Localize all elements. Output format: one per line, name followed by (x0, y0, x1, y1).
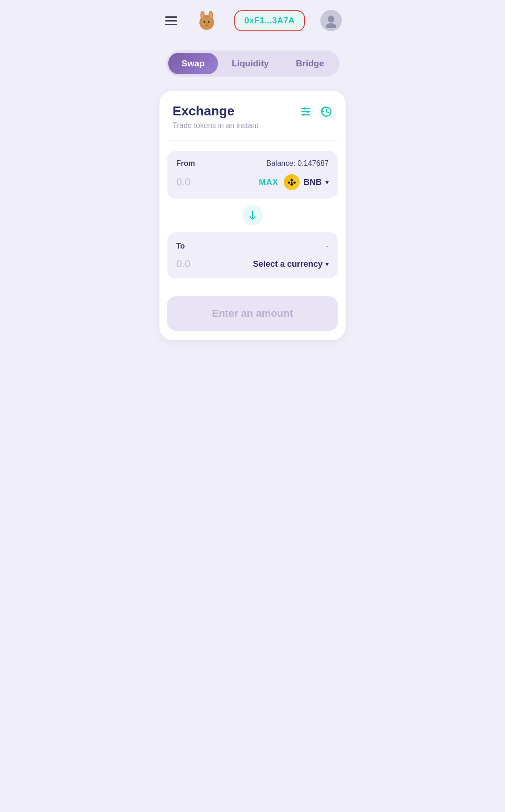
max-button[interactable]: MAX (259, 178, 279, 187)
wallet-address-button[interactable]: 0xF1...3A7A (234, 10, 305, 31)
swap-arrow-container (167, 199, 338, 232)
to-dash: - (325, 241, 329, 251)
settings-sliders-icon[interactable] (300, 106, 312, 121)
exchange-actions (300, 104, 332, 121)
token-inputs: From Balance: 0.147687 0.0 MAX (159, 141, 346, 289)
svg-point-11 (328, 16, 334, 22)
balance-value: 0.147687 (297, 159, 329, 167)
to-box-body: 0.0 Select a currency ▾ (176, 258, 329, 270)
exchange-header: Exchange Trade tokens in an instant (159, 91, 346, 140)
user-avatar-svg (324, 13, 339, 28)
pancakeswap-logo (195, 8, 219, 33)
from-box-body: 0.0 MAX (176, 174, 329, 190)
tab-swap[interactable]: Swap (168, 53, 218, 74)
bnb-chevron-icon: ▾ (325, 178, 329, 186)
svg-point-18 (303, 114, 305, 116)
hamburger-menu-button[interactable] (163, 14, 179, 27)
bnb-logo-svg (287, 178, 296, 187)
nav-tabs: Swap Liquidity Bridge (152, 41, 353, 86)
svg-marker-20 (290, 178, 294, 182)
enter-amount-button[interactable]: Enter an amount (167, 296, 338, 331)
tab-container: Swap Liquidity Bridge (166, 50, 339, 77)
svg-marker-21 (293, 181, 296, 184)
to-label: To (176, 242, 185, 250)
logo-container (195, 8, 219, 33)
exchange-title-section: Exchange Trade tokens in an instant (173, 104, 300, 130)
from-token-controls: MAX BNB (259, 174, 329, 190)
to-amount-display: 0.0 (176, 258, 253, 270)
currency-chevron-icon: ▾ (325, 260, 329, 268)
swap-direction-button[interactable] (242, 205, 263, 226)
app-container: 0xF1...3A7A Swap Liquidity Bridge Exchan… (152, 0, 353, 406)
svg-point-12 (326, 23, 336, 28)
avatar-icon[interactable] (320, 10, 342, 31)
from-amount-input[interactable]: 0.0 (176, 176, 259, 188)
svg-marker-22 (288, 181, 290, 184)
exchange-title: Exchange (173, 104, 300, 119)
svg-point-16 (303, 107, 306, 110)
currency-selector-label: Select a currency (253, 259, 323, 269)
header: 0xF1...3A7A (152, 0, 353, 41)
exchange-card: Exchange Trade tokens in an instant (159, 91, 346, 340)
tab-liquidity[interactable]: Liquidity (219, 53, 282, 74)
svg-point-2 (201, 12, 203, 19)
bnb-icon (284, 174, 300, 190)
exchange-subtitle: Trade tokens in an instant (173, 121, 300, 130)
tab-bridge[interactable]: Bridge (283, 53, 337, 74)
bnb-token-selector[interactable]: BNB ▾ (284, 174, 329, 190)
svg-marker-23 (290, 183, 294, 186)
arrow-down-icon (247, 210, 258, 221)
balance-display: Balance: 0.147687 (267, 159, 329, 168)
from-token-box: From Balance: 0.147687 0.0 MAX (167, 151, 338, 199)
bnb-token-label: BNB (303, 178, 322, 187)
balance-prefix: Balance: (267, 159, 298, 167)
to-token-box: To - 0.0 Select a currency ▾ (167, 232, 338, 278)
from-label: From (176, 159, 195, 168)
history-clock-icon[interactable] (320, 106, 332, 121)
to-box-header: To - (176, 241, 329, 251)
currency-selector[interactable]: Select a currency ▾ (253, 259, 329, 269)
svg-point-4 (209, 12, 212, 19)
svg-marker-24 (291, 181, 293, 183)
from-box-header: From Balance: 0.147687 (176, 159, 329, 168)
svg-point-17 (307, 111, 309, 113)
svg-point-5 (200, 17, 213, 29)
svg-point-9 (209, 21, 210, 22)
svg-point-8 (204, 21, 205, 22)
svg-point-10 (206, 23, 207, 24)
